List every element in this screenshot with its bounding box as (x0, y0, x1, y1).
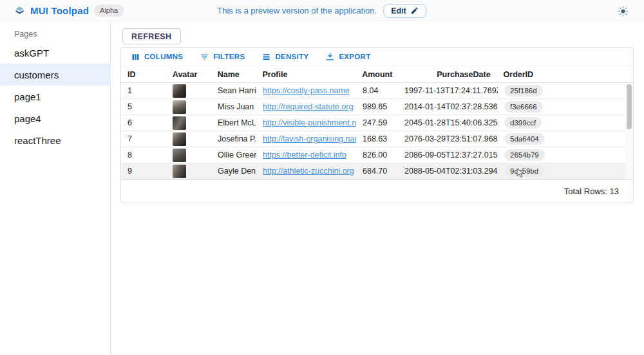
table-row[interactable]: 5 Miss Juan ... http://required-statute.… (121, 99, 627, 115)
column-header-orderid[interactable]: OrderID (497, 70, 625, 79)
avatar (173, 132, 186, 146)
cell-name: Ollie Green... (211, 150, 256, 159)
cell-id: 8 (121, 150, 166, 159)
avatar (173, 165, 186, 178)
grid-rows-viewport: 1 Sean Harris https://costly-pass.name 8… (121, 83, 633, 179)
density-rows-icon (261, 52, 271, 62)
table-row[interactable]: 7 Josefina P... http://lavish-organising… (121, 131, 627, 147)
cell-purchasedate: 2014-01-14T02:37:28.536Z (398, 102, 498, 111)
cell-amount: 989.65 (356, 102, 398, 111)
preview-banner: This is a preview version of the applica… (217, 0, 426, 21)
column-header-purchasedate[interactable]: PurchaseDate (397, 70, 497, 79)
cell-id: 7 (121, 134, 166, 143)
grid-toolbar: COLUMNS FILTERS DENSITY (121, 48, 633, 66)
order-id-chip: 9dc59bd (504, 165, 544, 177)
cell-purchasedate: 1997-11-13T17:24:11.769Z (398, 86, 498, 95)
avatar (173, 116, 186, 130)
table-row[interactable]: 8 Ollie Green... https://better-deficit.… (121, 147, 627, 163)
sidebar-item-label: page4 (14, 113, 41, 124)
cell-purchasedate: 2045-01-28T15:40:06.325Z (398, 118, 498, 127)
density-button[interactable]: DENSITY (259, 51, 311, 63)
cell-purchasedate: 2086-09-05T12:37:27.015Z (398, 150, 498, 159)
view-columns-icon (131, 52, 140, 62)
column-header-amount[interactable]: Amount (355, 70, 397, 79)
sun-icon (618, 6, 629, 17)
sidebar-item-label: askGPT (14, 48, 49, 59)
refresh-button[interactable]: REFRESH (122, 28, 181, 44)
export-button-label: EXPORT (339, 53, 370, 60)
scrollbar-thumb[interactable] (627, 84, 632, 129)
cell-amount: 8.04 (356, 86, 398, 95)
cell-id: 9 (121, 167, 166, 176)
sidebar-section-label: Pages (0, 26, 110, 42)
vertical-scrollbar[interactable] (625, 83, 633, 179)
cell-name: Gayle Den... (211, 167, 256, 176)
profile-link[interactable]: https://better-deficit.info (263, 150, 346, 159)
column-header-id[interactable]: ID (121, 70, 166, 79)
avatar (173, 149, 186, 162)
cell-name: Sean Harris (211, 86, 256, 95)
column-header-profile[interactable]: Profile (256, 70, 356, 79)
filters-button-label: FILTERS (213, 53, 245, 60)
sidebar-item-reactthree[interactable]: reactThree (0, 129, 110, 151)
sidebar-item-page1[interactable]: page1 (0, 86, 110, 107)
sidebar-item-askgpt[interactable]: askGPT (0, 42, 110, 64)
app-title: MUI Toolpad (30, 5, 89, 16)
cell-id: 1 (121, 86, 166, 95)
profile-link[interactable]: http://visible-punishment.net (263, 118, 356, 127)
sidebar: Pages askGPT customers page1 page4 react… (0, 21, 111, 355)
total-rows-label: Total Rows: 13 (564, 187, 619, 196)
cell-id: 6 (121, 118, 166, 127)
density-button-label: DENSITY (275, 53, 308, 60)
edit-button-label: Edit (391, 6, 406, 15)
profile-link[interactable]: https://costly-pass.name (263, 86, 350, 95)
order-id-chip: d399ccf (504, 117, 542, 129)
brand-area: MUI Toolpad Alpha (0, 5, 124, 17)
sidebar-item-customers[interactable]: customers (0, 64, 110, 86)
order-id-chip: 25f186d (504, 85, 543, 96)
avatar (173, 84, 186, 98)
theme-toggle-button[interactable] (616, 4, 630, 18)
cell-amount: 684.70 (356, 167, 398, 176)
sidebar-item-label: page1 (14, 91, 41, 102)
cell-purchasedate: 2088-05-04T02:31:03.294Z (398, 167, 498, 176)
order-id-chip: 5da6404 (504, 133, 545, 145)
order-id-chip: f3e6666 (504, 101, 543, 113)
grid-column-headers: ID Avatar Name Profile Amount PurchaseDa… (121, 66, 633, 83)
grid-footer: Total Rows: 13 (121, 179, 633, 203)
pencil-icon (411, 6, 419, 15)
sidebar-item-page4[interactable]: page4 (0, 107, 110, 129)
toolpad-logo-layers-icon (14, 5, 25, 16)
export-button[interactable]: EXPORT (323, 51, 373, 63)
table-row[interactable]: 9 Gayle Den... http://athletic-zucchini.… (121, 163, 627, 179)
cell-amount: 168.63 (356, 134, 398, 143)
topbar: MUI Toolpad Alpha This is a preview vers… (0, 0, 644, 21)
order-id-chip: 2654b79 (504, 149, 545, 161)
cell-name: Elbert McL... (211, 118, 256, 127)
columns-button[interactable]: COLUMNS (128, 51, 185, 63)
sidebar-item-label: customers (14, 69, 59, 80)
sidebar-item-label: reactThree (14, 135, 61, 146)
edit-button[interactable]: Edit (383, 4, 427, 18)
download-icon (325, 52, 335, 62)
avatar (173, 100, 186, 114)
preview-banner-text: This is a preview version of the applica… (217, 6, 377, 15)
columns-button-label: COLUMNS (144, 53, 183, 60)
data-grid: COLUMNS FILTERS DENSITY (120, 47, 634, 203)
cell-id: 5 (121, 102, 166, 111)
profile-link[interactable]: http://required-statute.org (263, 102, 353, 111)
profile-link[interactable]: http://lavish-organising.name (263, 134, 356, 143)
filters-button[interactable]: FILTERS (197, 51, 247, 63)
cell-amount: 247.59 (356, 118, 398, 127)
table-row[interactable]: 6 Elbert McL... http://visible-punishmen… (121, 115, 627, 131)
profile-link[interactable]: http://athletic-zucchini.org (263, 167, 354, 176)
table-row[interactable]: 1 Sean Harris https://costly-pass.name 8… (121, 83, 627, 99)
cell-amount: 826.00 (356, 150, 398, 159)
column-header-avatar[interactable]: Avatar (166, 70, 211, 79)
alpha-badge: Alpha (94, 5, 124, 17)
cell-name: Miss Juan ... (211, 102, 256, 111)
cell-purchasedate: 2076-03-29T23:51:07.968Z (398, 134, 498, 143)
column-header-name[interactable]: Name (211, 70, 256, 79)
main-content: REFRESH COLUMNS FILTERS (111, 21, 644, 355)
filter-list-icon (200, 52, 209, 62)
